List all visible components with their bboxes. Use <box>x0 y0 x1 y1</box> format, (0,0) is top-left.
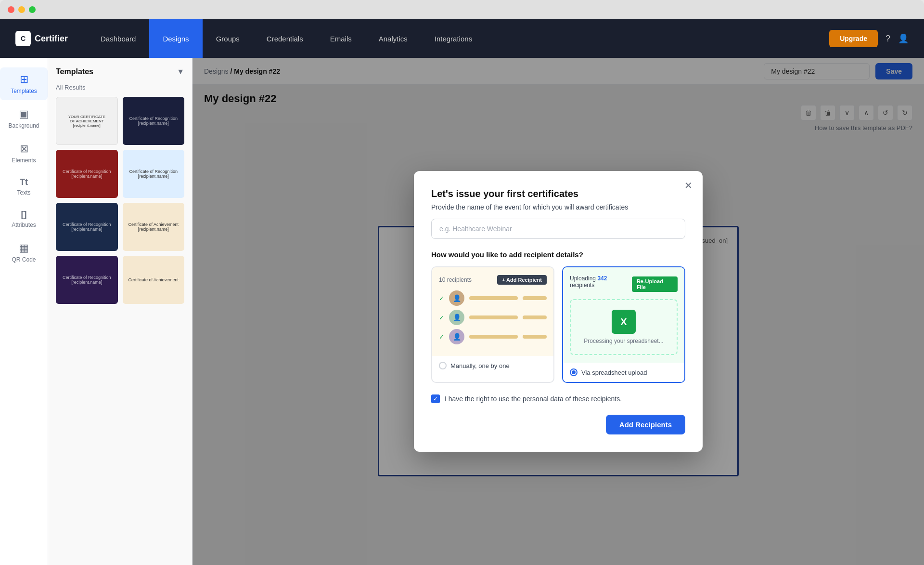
line-5 <box>469 335 518 339</box>
templates-title: Templates <box>56 67 93 76</box>
traffic-light-yellow[interactable] <box>18 6 25 13</box>
sidebar-item-qrcode-label: QR Code <box>12 256 36 263</box>
upload-area: X Processing your spreadsheet... <box>570 299 678 355</box>
upload-count: 342 <box>597 275 607 282</box>
radio-manual[interactable] <box>439 362 447 369</box>
nav-item-credentials[interactable]: Credentials <box>253 19 317 58</box>
template-grid: YOUR CERTIFICATEOF ACHIEVEMENT[recipient… <box>48 97 192 312</box>
option-manual[interactable]: 10 recipients + Add Recipient ✓ 👤 <box>431 266 554 383</box>
modal-backdrop: ✕ Let's issue your first certificates Pr… <box>192 58 924 565</box>
canvas-area: Designs / My design #22 Save My design #… <box>192 58 924 565</box>
templates-panel: Templates ▼ All Results YOUR CERTIFICATE… <box>48 58 192 565</box>
sidebar-item-texts[interactable]: Tt Texts <box>0 171 48 202</box>
check-icon-2: ✓ <box>439 314 444 321</box>
logo-text: Certifier <box>35 34 68 44</box>
nav-item-integrations[interactable]: Integrations <box>421 19 486 58</box>
help-icon[interactable]: ? <box>886 34 890 44</box>
traffic-light-green[interactable] <box>29 6 36 13</box>
recipient-row-1: ✓ 👤 <box>439 290 547 306</box>
add-recipients-button[interactable]: Add Recipients <box>606 415 685 434</box>
nav-item-designs[interactable]: Designs <box>149 19 202 58</box>
consent-row: ✓ I have the right to use the personal d… <box>431 394 685 403</box>
template-card-2[interactable]: Certificate of Recognition[recipient.nam… <box>123 97 185 145</box>
sidebar-item-elements[interactable]: ⊠ Elements <box>0 137 48 170</box>
check-icon-3: ✓ <box>439 333 444 341</box>
recipient-row-3: ✓ 👤 <box>439 329 547 344</box>
avatar-1: 👤 <box>449 290 464 306</box>
sidebar-item-background-label: Background <box>8 122 39 129</box>
texts-icon: Tt <box>20 177 28 187</box>
sidebar-item-background[interactable]: ▣ Background <box>0 102 48 135</box>
logo-icon: C <box>15 31 31 46</box>
manual-header: 10 recipients + Add Recipient <box>439 275 547 285</box>
recipient-options: 10 recipients + Add Recipient ✓ 👤 <box>431 266 685 383</box>
manual-label: Manually, one by one <box>450 362 510 369</box>
nav-right: Upgrade ? 👤 <box>829 30 909 47</box>
reupload-btn[interactable]: Re-Upload File <box>632 276 678 292</box>
traffic-light-red[interactable] <box>8 6 14 13</box>
nav-item-groups[interactable]: Groups <box>203 19 253 58</box>
consent-checkbox[interactable]: ✓ <box>431 394 440 403</box>
event-name-input[interactable] <box>431 219 685 239</box>
template-card-8[interactable]: Certificate of Achievement <box>123 256 185 304</box>
check-icon-1: ✓ <box>439 295 444 302</box>
background-icon: ▣ <box>19 108 29 120</box>
nav-items: Dashboard Designs Groups Credentials Ema… <box>87 19 829 58</box>
uploading-status: Uploading 342 recipients <box>570 275 632 289</box>
templates-header: Templates ▼ <box>48 58 192 82</box>
content-area: ⊞ Templates ▣ Background ⊠ Elements Tt T… <box>0 58 924 565</box>
app-container: C Certifier Dashboard Designs Groups Cre… <box>0 19 924 565</box>
sidebar-item-elements-label: Elements <box>12 157 36 164</box>
avatar-2: 👤 <box>449 310 464 325</box>
manual-preview: 10 recipients + Add Recipient ✓ 👤 <box>432 267 553 356</box>
upload-header: Uploading 342 recipients Re-Upload File <box>570 275 678 293</box>
template-card-4[interactable]: Certificate of Recognition[recipient.nam… <box>123 150 185 198</box>
upload-suffix: recipients <box>570 282 594 289</box>
templates-icon: ⊞ <box>20 73 28 86</box>
radio-upload[interactable] <box>570 368 578 376</box>
user-icon[interactable]: 👤 <box>898 33 909 44</box>
processing-text: Processing your spreadsheet... <box>584 338 663 344</box>
manual-footer: Manually, one by one <box>432 356 553 375</box>
nav-item-dashboard[interactable]: Dashboard <box>87 19 149 58</box>
template-card-6[interactable]: Certificate of Achievement[recipient.nam… <box>123 203 185 251</box>
template-card-3[interactable]: Certificate of Recognition[recipient.nam… <box>56 150 118 198</box>
upgrade-button[interactable]: Upgrade <box>829 30 878 47</box>
filter-icon[interactable]: ▼ <box>177 67 184 76</box>
template-card-1[interactable]: YOUR CERTIFICATEOF ACHIEVEMENT[recipient… <box>56 97 118 145</box>
left-panel: ⊞ Templates ▣ Background ⊠ Elements Tt T… <box>0 58 48 565</box>
upload-footer: Via spreadsheet upload <box>563 363 684 382</box>
attributes-icon: [] <box>21 210 27 220</box>
window-chrome <box>0 0 924 19</box>
elements-icon: ⊠ <box>20 143 28 155</box>
modal-issue-certificates: ✕ Let's issue your first certificates Pr… <box>414 171 703 452</box>
nav-item-analytics[interactable]: Analytics <box>365 19 421 58</box>
template-card-7[interactable]: Certificate of Recognition[recipient.nam… <box>56 256 118 304</box>
add-recipient-btn[interactable]: + Add Recipient <box>497 275 547 285</box>
sidebar-item-attributes[interactable]: [] Attributes <box>0 204 48 234</box>
line-3 <box>469 315 518 319</box>
recipient-row-2: ✓ 👤 <box>439 310 547 325</box>
modal-title: Let's issue your first certificates <box>431 188 685 199</box>
sidebar-item-templates[interactable]: ⊞ Templates <box>0 67 48 100</box>
template-card-5[interactable]: Certificate of Recognition[recipient.nam… <box>56 203 118 251</box>
modal-close-button[interactable]: ✕ <box>681 179 695 192</box>
upload-label: Via spreadsheet upload <box>581 369 647 376</box>
sidebar-item-qrcode[interactable]: ▦ QR Code <box>0 236 48 269</box>
top-navigation: C Certifier Dashboard Designs Groups Cre… <box>0 19 924 58</box>
sidebar-item-attributes-label: Attributes <box>12 222 36 228</box>
avatar-3: 👤 <box>449 329 464 344</box>
qrcode-icon: ▦ <box>19 242 29 254</box>
line-4 <box>523 315 547 319</box>
sidebar-item-texts-label: Texts <box>17 189 30 196</box>
modal-footer: Add Recipients <box>431 415 685 434</box>
consent-text: I have the right to use the personal dat… <box>445 395 622 403</box>
logo[interactable]: C Certifier <box>15 31 68 46</box>
excel-icon: X <box>612 310 636 334</box>
upload-preview: Uploading 342 recipients Re-Upload File … <box>563 267 684 363</box>
line-1 <box>469 296 518 300</box>
all-results-label: All Results <box>48 82 192 97</box>
option-upload[interactable]: Uploading 342 recipients Re-Upload File … <box>562 266 685 383</box>
nav-item-emails[interactable]: Emails <box>317 19 365 58</box>
manual-recipient-count: 10 recipients <box>439 276 472 283</box>
